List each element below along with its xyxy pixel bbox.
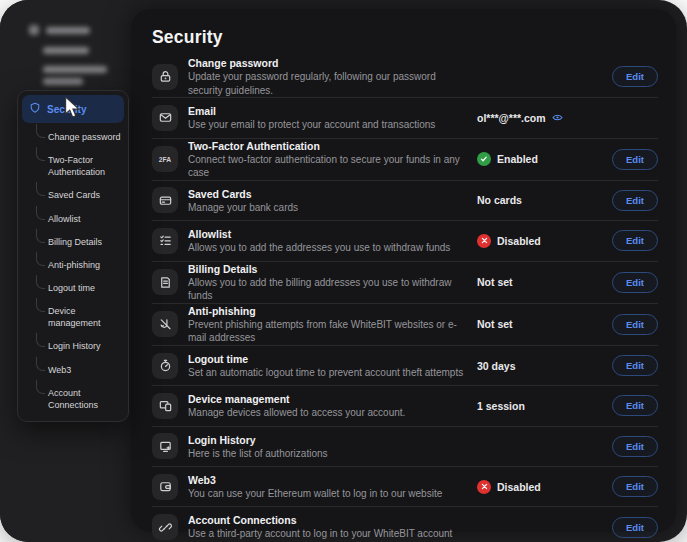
2fa-icon: 2FA <box>152 146 178 172</box>
edit-button[interactable]: Edit <box>612 355 658 376</box>
row-desc: Use your email to protect your account a… <box>188 118 467 132</box>
sidebar-item-security[interactable]: Security <box>22 95 124 123</box>
row-text: Login History Here is the list of author… <box>188 433 467 461</box>
row-value-text: Not set <box>477 318 513 330</box>
row-value: Enabled <box>477 152 602 166</box>
svg-text:2FA: 2FA <box>159 156 172 163</box>
settings-row: Saved Cards Manage your bank cards No ca… <box>152 180 658 220</box>
edit-button[interactable]: Edit <box>612 272 658 293</box>
row-value: 1 session <box>477 400 602 412</box>
disabled-x-icon <box>477 234 491 248</box>
row-text: Anti-phishing Prevent phishing attempts … <box>188 304 467 345</box>
row-value-text: No cards <box>477 194 522 206</box>
billing-icon <box>152 269 178 295</box>
edit-button[interactable]: Edit <box>612 314 658 335</box>
row-desc: Update your password regularly, followin… <box>188 70 467 97</box>
disabled-x-icon <box>477 480 491 494</box>
row-title: Login History <box>188 433 467 447</box>
sidebar-item-blurred[interactable] <box>0 60 131 91</box>
envelope-icon <box>152 105 178 131</box>
status-badge-label: Enabled <box>497 153 538 165</box>
row-desc: Set an automatic logout time to prevent … <box>188 366 467 380</box>
anti-phishing-icon <box>152 311 178 337</box>
row-text: Billing Details Allows you to add the bi… <box>188 262 467 303</box>
blurred-icon <box>29 25 39 35</box>
row-desc: Prevent phishing attempts from fake Whit… <box>188 318 467 345</box>
edit-button[interactable]: Edit <box>612 149 658 170</box>
row-text: Web3 You can use your Ethereum wallet to… <box>188 473 467 501</box>
row-desc: Use a third-party account to log in to y… <box>188 527 467 541</box>
eye-icon[interactable] <box>552 112 563 124</box>
row-text: Allowlist Allows you to add the addresse… <box>188 227 467 255</box>
row-value: Not set <box>477 276 602 288</box>
row-title: Web3 <box>188 473 467 487</box>
row-title: Billing Details <box>188 262 467 276</box>
row-desc: Allows you to add the billing addresses … <box>188 276 467 303</box>
row-title: Account Connections <box>188 513 467 527</box>
settings-row: Anti-phishing Prevent phishing attempts … <box>152 303 658 345</box>
edit-button[interactable]: Edit <box>612 190 658 211</box>
settings-row: Logout time Set an automatic logout time… <box>152 345 658 385</box>
enabled-check-icon <box>477 152 491 166</box>
sidebar-item-blurred[interactable] <box>0 19 131 41</box>
edit-button[interactable]: Edit <box>612 230 658 251</box>
security-rows: Change password Update your password reg… <box>152 56 658 542</box>
row-text: Device management Manage devices allowed… <box>188 392 467 420</box>
wallet-icon <box>152 474 178 500</box>
timer-icon <box>152 353 178 379</box>
edit-button[interactable]: Edit <box>612 436 658 457</box>
row-text: Saved Cards Manage your bank cards <box>188 187 467 215</box>
settings-row: Email Use your email to protect your acc… <box>152 97 658 137</box>
row-title: Saved Cards <box>188 187 467 201</box>
settings-row: Billing Details Allows you to add the bi… <box>152 261 658 303</box>
row-title: Two-Factor Authentication <box>188 139 467 153</box>
sidebar-subitem-logout-time[interactable]: Logout time <box>48 282 124 294</box>
row-desc: Allows you to add the addresses you use … <box>188 241 467 255</box>
row-desc: Connect two-factor authentication to sec… <box>188 153 467 180</box>
edit-button[interactable]: Edit <box>612 395 658 416</box>
sidebar-subitem-saved-cards[interactable]: Saved Cards <box>48 189 124 201</box>
row-desc: Here is the list of authorizations <box>188 447 467 461</box>
sidebar-subitem-two-factor-authentication[interactable]: Two-Factor Authentication <box>48 154 124 178</box>
card-icon <box>152 187 178 213</box>
row-value: Disabled <box>477 234 602 248</box>
edit-button[interactable]: Edit <box>612 476 658 497</box>
row-title: Logout time <box>188 352 467 366</box>
devices-icon <box>152 393 178 419</box>
page-title: Security <box>152 27 658 48</box>
row-value-text: ol***@***.com <box>477 112 546 124</box>
row-desc: Manage your bank cards <box>188 201 467 215</box>
settings-row: Change password Update your password reg… <box>152 56 658 97</box>
lock-icon <box>152 64 178 90</box>
row-value: 30 days <box>477 360 602 372</box>
row-title: Allowlist <box>188 227 467 241</box>
link-icon <box>152 514 178 540</box>
row-value-text: 1 session <box>477 400 525 412</box>
sidebar-subitem-device-management[interactable]: Device management <box>48 305 124 329</box>
sidebar-subitem-change-password[interactable]: Change password <box>48 131 124 143</box>
sidebar-item-blurred[interactable] <box>0 41 131 60</box>
settings-row: Device management Manage devices allowed… <box>152 385 658 425</box>
sidebar-subitem-account-connections[interactable]: Account Connections <box>48 387 124 411</box>
settings-row: Allowlist Allows you to add the addresse… <box>152 220 658 260</box>
settings-row: Account Connections Use a third-party ac… <box>152 506 658 542</box>
row-text: Change password Update your password reg… <box>188 56 467 97</box>
sidebar-subitem-billing-details[interactable]: Billing Details <box>48 236 124 248</box>
edit-button[interactable]: Edit <box>612 517 658 538</box>
row-value: Not set <box>477 318 602 330</box>
edit-button[interactable]: Edit <box>612 66 658 87</box>
app-window: Security Change passwordTwo-Factor Authe… <box>0 0 687 542</box>
row-value: ol***@***.com <box>477 112 602 124</box>
security-menu-panel: Security Change passwordTwo-Factor Authe… <box>17 90 129 422</box>
sidebar-subitem-anti-phishing[interactable]: Anti-phishing <box>48 259 124 271</box>
sidebar-subitem-login-history[interactable]: Login History <box>48 340 124 352</box>
status-badge-label: Disabled <box>497 481 541 493</box>
row-desc: Manage devices allowed to access your ac… <box>188 406 467 420</box>
security-panel: Security Change password Update your pas… <box>131 9 676 532</box>
row-value-text: Not set <box>477 276 513 288</box>
row-text: Logout time Set an automatic logout time… <box>188 352 467 380</box>
row-title: Anti-phishing <box>188 304 467 318</box>
sidebar-subitem-allowlist[interactable]: Allowlist <box>48 213 124 225</box>
status-badge-label: Disabled <box>497 235 541 247</box>
sidebar-subitem-web3[interactable]: Web3 <box>48 364 124 376</box>
